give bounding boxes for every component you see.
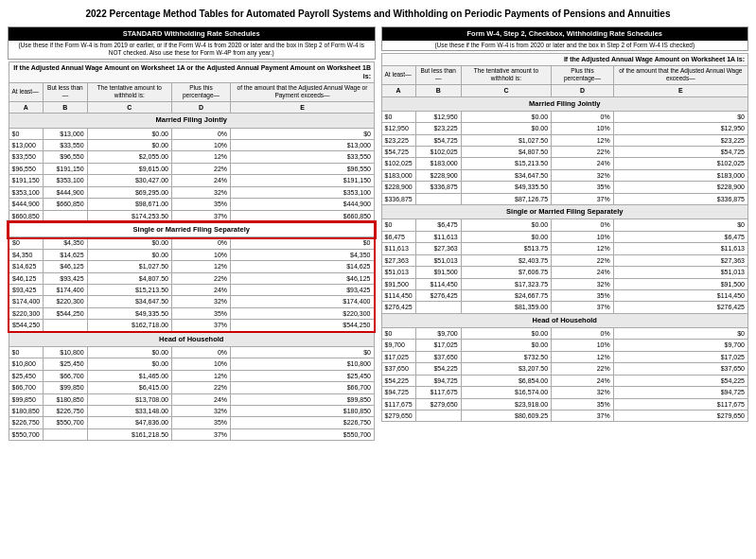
left-header-box: STANDARD Withholding Rate Schedules (Use… [8,26,376,60]
cell-2-7-2: $80,609.25 [461,411,551,422]
right-panel: Form W-4, Step 2, Checkbox, Withholding … [378,26,749,441]
cell-2-1-0: $10,800 [9,358,44,370]
cell-1-3-4: $27,363 [613,254,747,266]
cell-1-0-1: $6,475 [415,219,461,231]
table-row: $226,750$550,700$47,836.0035%$226,750 [9,417,375,428]
cell-0-3-3: 22% [552,147,614,158]
col-c-header: C [87,102,171,114]
cell-2-0-3: 0% [552,327,614,339]
cell-0-4-0: $102,025 [381,158,415,169]
cell-0-0-1: $12,950 [415,111,461,122]
table-row: $54,725$102,025$4,807.5022%$54,725 [381,147,748,158]
cell-0-5-1: $228,900 [415,169,461,181]
cell-2-4-4: $54,225 [613,375,747,386]
cell-1-4-4: $51,013 [613,267,747,278]
cell-0-6-3: 35% [171,199,230,210]
cell-0-4-4: $102,025 [613,158,747,169]
cell-2-1-3: 10% [171,358,230,370]
cell-1-0-3: 0% [552,219,614,231]
cell-0-7-1 [415,193,461,204]
table-row: $117,675$279,650$23,918.0035%$117,675 [381,398,748,410]
cell-2-3-0: $66,700 [9,382,44,393]
table-row: $27,363$51,013$2,403.7522%$27,363 [381,254,748,266]
cell-1-7-1 [44,320,87,332]
table-row: $99,850$180,850$13,708.0024%$99,850 [9,393,375,405]
cell-2-2-4: $17,025 [613,351,747,362]
cell-1-6-1: $544,250 [44,307,87,319]
cell-1-0-1: $4,350 [44,237,87,249]
cell-1-0-2: $0.00 [87,237,171,249]
cell-1-0-3: 0% [171,237,230,249]
table-row: $12,950$23,225$0.0010%$12,950 [381,123,748,134]
cell-1-5-3: 32% [171,296,230,307]
cell-1-4-1: $91,500 [415,267,461,278]
cell-2-5-0: $94,725 [381,387,415,398]
cell-0-0-3: 0% [552,111,614,122]
right-wage-header: If the Adjusted Annual Wage Amount on Wo… [381,54,748,65]
cell-0-3-0: $96,550 [9,163,44,174]
cell-2-5-0: $180,850 [9,406,44,417]
table-row: $25,450$66,700$1,465.0012%$25,450 [9,370,375,381]
table-row: $23,225$54,725$1,027.5012%$23,225 [381,134,748,146]
cell-1-6-4: $220,300 [231,307,375,319]
cell-2-1-0: $9,700 [381,340,415,351]
cell-0-4-3: 24% [171,175,230,186]
cell-0-4-2: $15,213.50 [461,158,551,169]
table-row: $0$12,950$0.000%$0 [381,111,748,122]
right-col-d-sublabel: Plus this percentage— [552,65,614,85]
cell-1-7-1 [415,302,461,313]
table-row: $9,700$17,025$0.0010%$9,700 [381,340,748,351]
table-row: $13,000$33,550$0.0010%$13,000 [9,140,375,151]
cell-2-6-3: 35% [171,417,230,428]
cell-1-4-2: $15,213.50 [87,284,171,295]
right-section-note: (Use these if the Form W-4 is from 2020 … [382,41,748,50]
cell-2-0-3: 0% [171,346,230,358]
cell-1-2-1: $27,363 [415,243,461,254]
cell-2-6-4: $117,675 [613,398,747,410]
cell-0-5-4: $353,100 [231,186,375,198]
right-header-box: Form W-4, Step 2, Checkbox, Withholding … [381,26,749,51]
cell-0-5-3: 32% [552,169,614,181]
cell-1-4-0: $51,013 [381,267,415,278]
cell-2-3-2: $6,415.00 [87,382,171,393]
cell-0-4-3: 24% [552,158,614,169]
cell-1-4-0: $93,425 [9,284,44,295]
cell-0-1-4: $13,000 [231,140,375,151]
cell-1-2-1: $46,125 [44,261,87,272]
cell-1-3-1: $51,013 [415,254,461,266]
table-row: $191,150$353,100$30,427.0024%$191,150 [9,175,375,186]
cell-1-6-0: $114,450 [381,289,415,301]
cell-2-3-1: $54,225 [415,363,461,375]
table-row: $33,550$96,550$2,055.0012%$33,550 [9,151,375,163]
right-col-e-sublabel: of the amount that the Adjusted Annual W… [613,65,747,85]
cell-0-1-0: $12,950 [381,123,415,134]
cell-2-7-1 [44,428,87,440]
cell-2-0-4: $0 [613,327,747,339]
cell-2-1-2: $0.00 [87,358,171,370]
cell-0-6-3: 35% [552,182,614,193]
cell-2-0-4: $0 [231,346,375,358]
cell-1-0-0: $0 [381,219,415,231]
right-col-a-sublabel: At least— [381,65,415,85]
cell-2-5-3: 32% [552,387,614,398]
cell-0-0-4: $0 [613,111,747,122]
cell-0-3-1: $191,150 [44,163,87,174]
right-col-d-header: D [552,85,614,96]
cell-1-3-3: 22% [171,272,230,284]
col-c-sublabel: The tentative amount to withhold is: [87,82,171,102]
cell-1-6-3: 35% [552,289,614,301]
cell-2-2-3: 12% [171,370,230,381]
main-title: 2022 Percentage Method Tables for Automa… [8,8,748,21]
cell-1-7-4: $544,250 [231,320,375,332]
left-panel: STANDARD Withholding Rate Schedules (Use… [8,26,378,441]
cell-2-6-0: $226,750 [9,417,44,428]
table-row: $544,250$162,718.0037%$544,250 [9,320,375,332]
cell-0-2-1: $96,550 [44,151,87,163]
cell-2-2-1: $37,650 [415,351,461,362]
cell-2-3-1: $99,850 [44,382,87,393]
cell-2-6-3: 35% [552,398,614,410]
cell-2-6-1: $550,700 [44,417,87,428]
cell-2-3-3: 22% [552,363,614,375]
cell-2-2-4: $25,450 [231,370,375,381]
cell-2-7-4: $279,650 [613,411,747,422]
